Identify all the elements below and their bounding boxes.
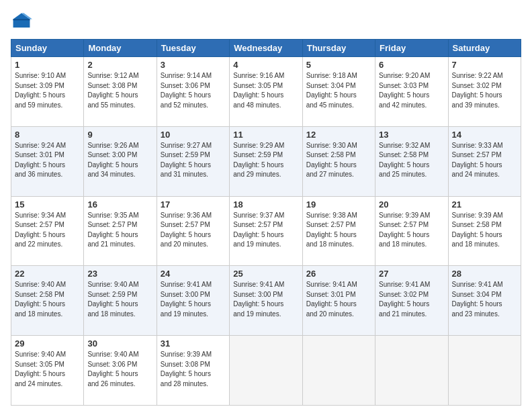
day-info: Sunrise: 9:26 AM Sunset: 3:00 PM Dayligh… (87, 141, 152, 180)
calendar-cell: 21Sunrise: 9:39 AM Sunset: 2:58 PM Dayli… (448, 196, 521, 266)
day-info: Sunrise: 9:41 AM Sunset: 3:01 PM Dayligh… (306, 280, 371, 319)
day-number: 2 (87, 60, 152, 70)
calendar-cell (230, 336, 302, 406)
calendar-cell: 23Sunrise: 9:40 AM Sunset: 2:59 PM Dayli… (84, 266, 157, 336)
calendar-cell: 4Sunrise: 9:16 AM Sunset: 3:05 PM Daylig… (230, 57, 302, 127)
day-number: 10 (161, 130, 226, 140)
day-of-week-header: Monday (84, 40, 157, 57)
calendar-cell (302, 336, 375, 406)
calendar-cell: 15Sunrise: 9:34 AM Sunset: 2:57 PM Dayli… (11, 196, 84, 266)
calendar-cell (448, 336, 521, 406)
calendar-header-row: SundayMondayTuesdayWednesdayThursdayFrid… (11, 40, 521, 57)
day-info: Sunrise: 9:37 AM Sunset: 2:57 PM Dayligh… (233, 211, 298, 250)
day-info: Sunrise: 9:39 AM Sunset: 2:57 PM Dayligh… (379, 211, 444, 250)
page: SundayMondayTuesdayWednesdayThursdayFrid… (0, 0, 532, 411)
day-info: Sunrise: 9:30 AM Sunset: 2:58 PM Dayligh… (306, 141, 371, 180)
day-number: 14 (452, 130, 517, 140)
day-info: Sunrise: 9:33 AM Sunset: 2:57 PM Dayligh… (452, 141, 517, 180)
day-number: 27 (379, 269, 444, 279)
day-number: 28 (452, 269, 517, 279)
day-number: 4 (233, 60, 298, 70)
day-of-week-header: Friday (375, 40, 448, 57)
calendar-cell: 13Sunrise: 9:32 AM Sunset: 2:58 PM Dayli… (375, 126, 448, 196)
day-number: 6 (379, 60, 444, 70)
day-info: Sunrise: 9:40 AM Sunset: 3:05 PM Dayligh… (15, 350, 80, 389)
day-info: Sunrise: 9:39 AM Sunset: 3:08 PM Dayligh… (161, 350, 226, 389)
day-of-week-header: Tuesday (157, 40, 229, 57)
day-info: Sunrise: 9:41 AM Sunset: 3:04 PM Dayligh… (452, 280, 517, 319)
day-info: Sunrise: 9:22 AM Sunset: 3:02 PM Dayligh… (452, 71, 517, 110)
day-info: Sunrise: 9:39 AM Sunset: 2:58 PM Dayligh… (452, 211, 517, 250)
calendar-cell: 11Sunrise: 9:29 AM Sunset: 2:59 PM Dayli… (230, 126, 302, 196)
calendar-cell: 27Sunrise: 9:41 AM Sunset: 3:02 PM Dayli… (375, 266, 448, 336)
day-number: 7 (452, 60, 517, 70)
calendar-week-row: 1Sunrise: 9:10 AM Sunset: 3:09 PM Daylig… (11, 57, 521, 127)
day-number: 5 (306, 60, 371, 70)
day-number: 20 (379, 199, 444, 210)
day-number: 25 (233, 269, 298, 279)
calendar-cell (375, 336, 448, 406)
day-number: 17 (161, 199, 226, 210)
day-number: 29 (15, 338, 80, 349)
calendar-week-row: 29Sunrise: 9:40 AM Sunset: 3:05 PM Dayli… (11, 336, 521, 406)
calendar-cell: 25Sunrise: 9:41 AM Sunset: 3:00 PM Dayli… (230, 266, 302, 336)
day-number: 18 (233, 199, 298, 210)
day-info: Sunrise: 9:34 AM Sunset: 2:57 PM Dayligh… (15, 211, 80, 250)
day-number: 15 (15, 199, 80, 210)
calendar-cell: 24Sunrise: 9:41 AM Sunset: 3:00 PM Dayli… (157, 266, 229, 336)
calendar-cell: 10Sunrise: 9:27 AM Sunset: 2:59 PM Dayli… (157, 126, 229, 196)
day-info: Sunrise: 9:41 AM Sunset: 3:02 PM Dayligh… (379, 280, 444, 319)
day-number: 22 (15, 269, 80, 279)
day-number: 8 (15, 130, 80, 140)
day-info: Sunrise: 9:41 AM Sunset: 3:00 PM Dayligh… (233, 280, 298, 319)
calendar-table: SundayMondayTuesdayWednesdayThursdayFrid… (11, 39, 521, 406)
calendar-cell: 20Sunrise: 9:39 AM Sunset: 2:57 PM Dayli… (375, 196, 448, 266)
day-of-week-header: Thursday (302, 40, 375, 57)
day-number: 11 (233, 130, 298, 140)
calendar-cell: 5Sunrise: 9:18 AM Sunset: 3:04 PM Daylig… (302, 57, 375, 127)
calendar-cell: 19Sunrise: 9:38 AM Sunset: 2:57 PM Dayli… (302, 196, 375, 266)
day-info: Sunrise: 9:20 AM Sunset: 3:03 PM Dayligh… (379, 71, 444, 110)
calendar-cell: 2Sunrise: 9:12 AM Sunset: 3:08 PM Daylig… (84, 57, 157, 127)
calendar-cell: 6Sunrise: 9:20 AM Sunset: 3:03 PM Daylig… (375, 57, 448, 127)
calendar-cell: 7Sunrise: 9:22 AM Sunset: 3:02 PM Daylig… (448, 57, 521, 127)
calendar-cell: 16Sunrise: 9:35 AM Sunset: 2:57 PM Dayli… (84, 196, 157, 266)
day-info: Sunrise: 9:41 AM Sunset: 3:00 PM Dayligh… (161, 280, 226, 319)
calendar-cell: 29Sunrise: 9:40 AM Sunset: 3:05 PM Dayli… (11, 336, 84, 406)
day-info: Sunrise: 9:40 AM Sunset: 2:59 PM Dayligh… (87, 280, 152, 319)
calendar-week-row: 8Sunrise: 9:24 AM Sunset: 3:01 PM Daylig… (11, 126, 521, 196)
calendar-cell: 30Sunrise: 9:40 AM Sunset: 3:06 PM Dayli… (84, 336, 157, 406)
day-info: Sunrise: 9:18 AM Sunset: 3:04 PM Dayligh… (306, 71, 371, 110)
day-of-week-header: Wednesday (230, 40, 302, 57)
day-number: 16 (87, 199, 152, 210)
calendar-cell: 14Sunrise: 9:33 AM Sunset: 2:57 PM Dayli… (448, 126, 521, 196)
day-of-week-header: Sunday (11, 40, 84, 57)
calendar-cell: 9Sunrise: 9:26 AM Sunset: 3:00 PM Daylig… (84, 126, 157, 196)
calendar-cell: 26Sunrise: 9:41 AM Sunset: 3:01 PM Dayli… (302, 266, 375, 336)
day-info: Sunrise: 9:10 AM Sunset: 3:09 PM Dayligh… (15, 71, 80, 110)
logo-icon (11, 11, 32, 32)
svg-rect-2 (13, 19, 30, 20)
day-info: Sunrise: 9:32 AM Sunset: 2:58 PM Dayligh… (379, 141, 444, 180)
day-number: 26 (306, 269, 371, 279)
calendar-cell: 12Sunrise: 9:30 AM Sunset: 2:58 PM Dayli… (302, 126, 375, 196)
day-number: 24 (161, 269, 226, 279)
calendar-week-row: 22Sunrise: 9:40 AM Sunset: 2:58 PM Dayli… (11, 266, 521, 336)
day-number: 9 (87, 130, 152, 140)
day-info: Sunrise: 9:29 AM Sunset: 2:59 PM Dayligh… (233, 141, 298, 180)
day-number: 19 (306, 199, 371, 210)
day-number: 13 (379, 130, 444, 140)
calendar-cell: 31Sunrise: 9:39 AM Sunset: 3:08 PM Dayli… (157, 336, 229, 406)
day-info: Sunrise: 9:36 AM Sunset: 2:57 PM Dayligh… (161, 211, 226, 250)
day-info: Sunrise: 9:27 AM Sunset: 2:59 PM Dayligh… (161, 141, 226, 180)
day-info: Sunrise: 9:24 AM Sunset: 3:01 PM Dayligh… (15, 141, 80, 180)
day-info: Sunrise: 9:38 AM Sunset: 2:57 PM Dayligh… (306, 211, 371, 250)
calendar-cell: 3Sunrise: 9:14 AM Sunset: 3:06 PM Daylig… (157, 57, 229, 127)
header (11, 11, 521, 32)
day-number: 3 (161, 60, 226, 70)
logo (11, 11, 35, 32)
day-info: Sunrise: 9:40 AM Sunset: 2:58 PM Dayligh… (15, 280, 80, 319)
day-number: 21 (452, 199, 517, 210)
day-number: 30 (87, 338, 152, 349)
day-number: 23 (87, 269, 152, 279)
